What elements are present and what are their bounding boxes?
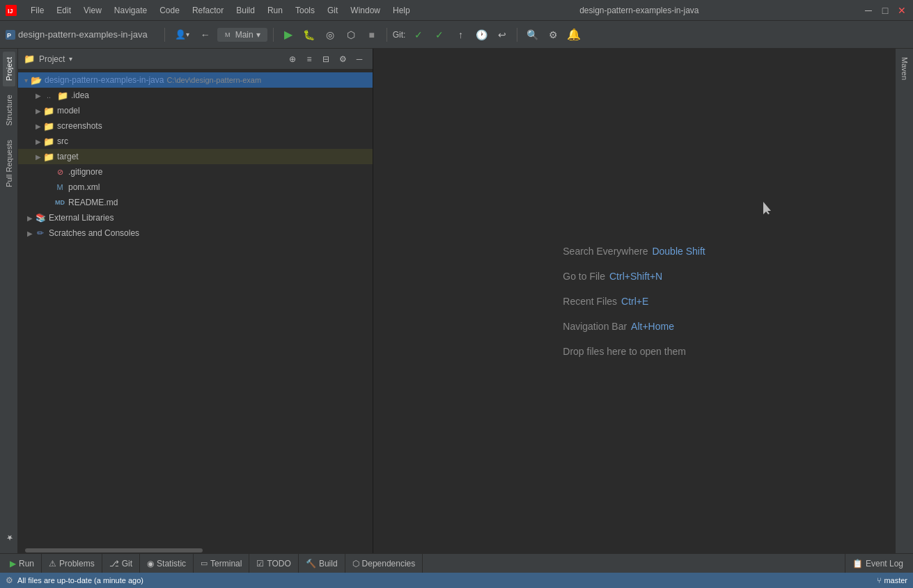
tree-label-src: src (57, 136, 68, 146)
debug-button[interactable]: 🐛 (300, 26, 318, 44)
tab-todo-label: TODO (267, 559, 290, 569)
tree-item-scratches[interactable]: ▶ ✏ Scratches and Consoles (18, 225, 373, 241)
tab-problems-label: Problems (59, 559, 95, 569)
sidebar-item-favorites[interactable]: ★ (2, 527, 15, 548)
tree-item-root[interactable]: ▾ 📂 design-pattern-examples-in-java C:\d… (18, 72, 373, 88)
minimize-button[interactable]: ─ (863, 5, 874, 16)
editor-area[interactable]: Search Everywhere Double Shift Go to Fil… (373, 49, 895, 553)
menu-navigate[interactable]: Navigate (109, 4, 153, 17)
sidebar-item-project[interactable]: Project (3, 51, 15, 86)
hint-search-text: Search Everywhere (563, 246, 648, 257)
todo-tab-icon: ☑ (256, 559, 264, 569)
window-title: design-pattern-examples-in-java (579, 6, 699, 15)
panel-locate-button[interactable]: ⊕ (285, 51, 300, 67)
project-name: design-pattern-examples-in-java (18, 29, 148, 40)
panel-expand-button[interactable]: ≡ (302, 51, 317, 67)
menu-run[interactable]: Run (262, 4, 288, 17)
idea-folder-icon: .. (43, 90, 54, 101)
tree-item-src[interactable]: ▶ 📁 src (18, 134, 373, 149)
panel-dropdown-icon[interactable]: ▾ (69, 55, 72, 63)
tab-git-label: Git (122, 559, 132, 569)
menu-build[interactable]: Build (231, 4, 260, 17)
tree-label-pom: pom.xml (68, 182, 100, 192)
tree-label-target: target (57, 152, 79, 161)
panel-options-button[interactable]: ⚙ (335, 51, 350, 67)
back-button[interactable]: ← (196, 26, 214, 44)
maximize-button[interactable]: □ (880, 5, 891, 16)
tab-statistic[interactable]: ◉ Statistic (140, 554, 194, 573)
menu-git[interactable]: Git (322, 4, 343, 17)
svg-text:M: M (225, 31, 231, 38)
git-rollback-button[interactable]: ↩ (493, 26, 511, 44)
tree-item-screenshots[interactable]: ▶ 📁 screenshots (18, 118, 373, 134)
tab-terminal[interactable]: ▭ Terminal (194, 554, 249, 573)
notifications-button[interactable]: 🔔 (565, 26, 583, 44)
readme-file-icon: MD (54, 197, 65, 208)
menu-view[interactable]: View (78, 4, 107, 17)
tree-item-extlibs[interactable]: ▶ 📚 External Libraries (18, 210, 373, 225)
statistic-tab-icon: ◉ (147, 559, 154, 569)
build-tab-icon: 🔨 (306, 559, 316, 569)
editor-hints: Search Everywhere Double Shift Go to Fil… (535, 218, 733, 385)
hint-navbar-shortcut: Alt+Home (631, 321, 674, 332)
project-icon: P (6, 30, 15, 40)
tab-todo[interactable]: ☑ TODO (249, 554, 298, 573)
run-button[interactable]: ▶ (279, 26, 297, 44)
horizontal-scrollbar[interactable] (18, 548, 373, 553)
sidebar-item-pull-requests[interactable]: Pull Requests (3, 134, 15, 193)
tree-label-root: design-pattern-examples-in-java (45, 75, 164, 85)
search-everywhere-button[interactable]: 🔍 (523, 26, 541, 44)
tab-build[interactable]: 🔨 Build (299, 554, 345, 573)
event-log-icon: 📋 (852, 559, 863, 569)
git-push-button[interactable]: ↑ (451, 26, 469, 44)
tab-problems[interactable]: ⚠ Problems (42, 554, 102, 573)
account-button[interactable]: 👤▾ (171, 26, 194, 44)
menu-edit[interactable]: Edit (51, 4, 77, 17)
tab-git[interactable]: ⎇ Git (102, 554, 140, 573)
run-tab-icon: ▶ (10, 559, 16, 569)
tree-item-model[interactable]: ▶ 📁 model (18, 103, 373, 118)
git-history-button[interactable]: 🕐 (472, 26, 490, 44)
menu-window[interactable]: Window (345, 4, 386, 17)
tree-item-idea[interactable]: ▶ .. 📁 .idea (18, 88, 373, 103)
menu-file[interactable]: File (25, 4, 49, 17)
tab-dependencies[interactable]: ⬡ Dependencies (345, 554, 423, 573)
tree-item-pom[interactable]: ▶ M pom.xml (18, 180, 373, 195)
branch-icon: M (224, 31, 233, 39)
panel-header-buttons: ⊕ ≡ ⊟ ⚙ ─ (285, 51, 367, 67)
status-message: All files are up-to-date (a minute ago) (17, 576, 143, 585)
git-branch-status[interactable]: ⑂ master (877, 576, 907, 585)
hint-goto: Go to File Ctrl+Shift+N (563, 271, 705, 282)
menu-refactor[interactable]: Refactor (187, 4, 229, 17)
menu-bar: File Edit View Navigate Code Refactor Bu… (25, 4, 416, 17)
tree-arrow-target: ▶ (33, 152, 43, 161)
panel-collapse-button[interactable]: ⊟ (318, 51, 334, 67)
branch-selector[interactable]: M Main ▾ (217, 28, 267, 42)
tree-item-target[interactable]: ▶ 📁 target (18, 149, 373, 164)
coverage-button[interactable]: ◎ (321, 26, 339, 44)
sidebar-item-structure[interactable]: Structure (3, 89, 15, 132)
tree-arrow-model: ▶ (33, 106, 43, 116)
tree-arrow-root: ▾ (21, 75, 31, 85)
menu-help[interactable]: Help (387, 4, 416, 17)
tree-item-gitignore[interactable]: ▶ ⊘ .gitignore (18, 164, 373, 180)
stop-button[interactable]: ■ (363, 26, 381, 44)
tab-run[interactable]: ▶ Run (3, 554, 42, 573)
menu-code[interactable]: Code (154, 4, 185, 17)
project-panel: 📁 Project ▾ ⊕ ≡ ⊟ ⚙ ─ ▾ 📂 design-pattern… (18, 49, 373, 553)
tab-event-log[interactable]: 📋 Event Log (845, 554, 910, 573)
tree-item-readme[interactable]: ▶ MD README.md (18, 195, 373, 210)
profile-button[interactable]: ⬡ (342, 26, 360, 44)
git-check-button[interactable]: ✓ (430, 26, 448, 44)
hint-search: Search Everywhere Double Shift (563, 246, 705, 257)
panel-hide-button[interactable]: ─ (352, 51, 367, 67)
git-commit-button[interactable]: ✓ (409, 26, 428, 44)
branch-status-label: master (884, 576, 907, 585)
menu-tools[interactable]: Tools (290, 4, 320, 17)
tree-label-extlibs: External Libraries (49, 213, 114, 223)
git-label: Git: (393, 30, 406, 40)
settings-button[interactable]: ⚙ (544, 26, 562, 44)
tree-label-gitignore: .gitignore (68, 167, 102, 177)
maven-tab[interactable]: Maven (898, 51, 911, 86)
close-button[interactable]: ✕ (896, 5, 907, 16)
